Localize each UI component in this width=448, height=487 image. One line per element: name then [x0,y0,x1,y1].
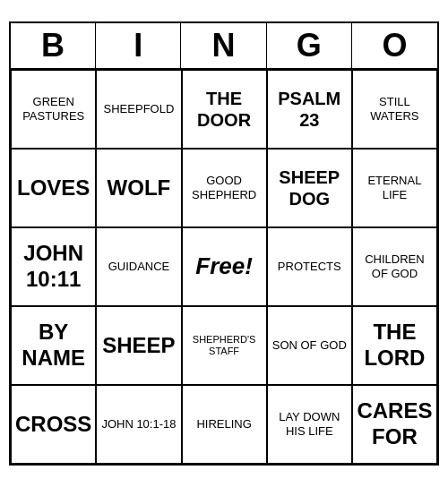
bingo-cell[interactable]: SHEEP [96,306,181,385]
bingo-cell[interactable]: SHEEP DOG [267,149,352,227]
header-letter: N [181,23,266,68]
bingo-card: BINGO GREEN PASTURESSHEEPFOLDTHE DOORPSA… [9,21,439,466]
bingo-cell[interactable]: SON OF GOD [267,306,352,385]
bingo-cell[interactable]: JOHN 10:1-18 [96,385,181,464]
header-letter: O [352,23,437,68]
bingo-cell[interactable]: HIRELING [182,385,267,464]
bingo-cell[interactable]: PROTECTS [267,227,352,306]
bingo-grid: GREEN PASTURESSHEEPFOLDTHE DOORPSALM 23S… [11,70,437,464]
bingo-cell[interactable]: SHEEPFOLD [96,70,181,149]
bingo-cell[interactable]: CROSS [11,385,96,464]
bingo-cell[interactable]: STILL WATERS [352,70,437,149]
bingo-cell[interactable]: THE LORD [352,306,437,385]
bingo-header: BINGO [11,23,437,70]
bingo-cell[interactable]: Free! [182,227,267,306]
header-letter: I [96,23,181,68]
header-letter: B [11,23,96,68]
bingo-cell[interactable]: SHEPHERD'S STAFF [182,306,267,385]
bingo-cell[interactable]: LAY DOWN HIS LIFE [267,385,352,464]
bingo-cell[interactable]: JOHN 10:11 [11,227,96,306]
bingo-cell[interactable]: GREEN PASTURES [11,70,96,149]
bingo-cell[interactable]: GUIDANCE [96,227,181,306]
bingo-cell[interactable]: ETERNAL LIFE [352,149,437,227]
bingo-cell[interactable]: GOOD SHEPHERD [182,149,267,227]
bingo-cell[interactable]: THE DOOR [182,70,267,149]
header-letter: G [267,23,352,68]
bingo-cell[interactable]: WOLF [96,149,181,227]
bingo-cell[interactable]: LOVES [11,149,96,227]
bingo-cell[interactable]: CARES FOR [352,385,437,464]
bingo-cell[interactable]: PSALM 23 [267,70,352,149]
bingo-cell[interactable]: CHILDREN OF GOD [352,227,437,306]
bingo-cell[interactable]: BY NAME [11,306,96,385]
